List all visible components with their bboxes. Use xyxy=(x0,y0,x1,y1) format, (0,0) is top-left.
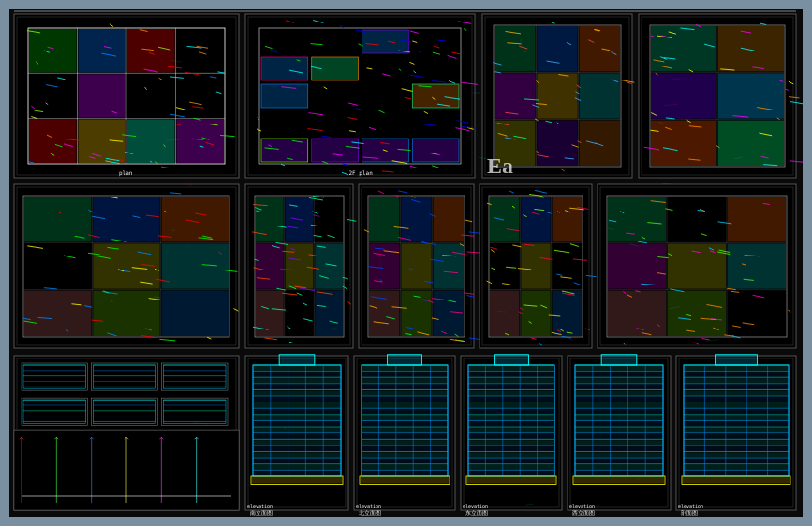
cad-drawing-canvas xyxy=(9,9,803,517)
main-canvas xyxy=(9,9,803,517)
